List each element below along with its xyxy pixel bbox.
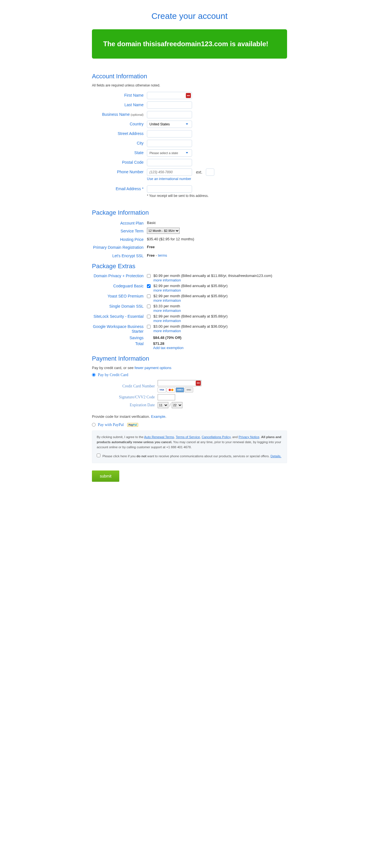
first-name-input[interactable] (147, 92, 192, 99)
email-input[interactable] (147, 185, 192, 193)
hosting-price-value: $35.40 ($2.95 for 12 months) (147, 236, 194, 241)
term-label: Service Term (92, 228, 147, 233)
submit-button[interactable]: submit (92, 470, 119, 482)
pay-paypal-label: Pay with PayPal (98, 423, 124, 427)
terms-and: , and (230, 435, 239, 439)
phone-input[interactable] (147, 168, 192, 176)
optout-details-link[interactable]: Details. (270, 455, 281, 458)
discover-icon: DISC (185, 388, 193, 393)
total-value: $71.28 (153, 341, 165, 346)
primary-domain-value: Free (147, 244, 154, 249)
cvv-input[interactable] (157, 394, 175, 400)
country-label: Country (92, 121, 147, 126)
street-input[interactable] (147, 130, 192, 137)
exp-month-select[interactable]: 11 (157, 402, 168, 408)
visa-icon: VISA (157, 388, 166, 393)
ssl-value-row: Free - terms (147, 252, 167, 257)
example-link[interactable]: Example (151, 414, 166, 418)
optional-text: (optional) (130, 113, 144, 116)
total-label: Total (92, 341, 147, 346)
extra-text: $3.00 per month (Billed annually at $36.… (153, 324, 228, 329)
term-select[interactable]: 12 Month - $2.95/mo (147, 228, 180, 234)
availability-banner: The domain thisisafreedomain123.com is a… (92, 29, 287, 59)
card-brand-icons: VISA AMEX DISC (157, 388, 201, 393)
exp-label: Expiration Date (92, 403, 157, 407)
paypal-icon: PayPal (127, 423, 139, 427)
more-info-link[interactable]: more information (153, 329, 181, 333)
provide-pre: Provide code for instant verification. (92, 414, 151, 418)
more-info-link[interactable]: more information (153, 278, 181, 282)
extra-label: Domain Privacy + Protection (92, 274, 147, 279)
privacy-link[interactable]: Privacy Notice (239, 435, 259, 439)
city-input[interactable] (147, 140, 192, 147)
business-name-input[interactable] (147, 111, 192, 118)
first-name-label: First Name (92, 92, 147, 97)
business-name-text: Business Name (102, 112, 130, 117)
optout-rest: want to receive phone communications abo… (146, 455, 270, 458)
hosting-price-label: Hosting Price (92, 236, 147, 242)
last-name-input[interactable] (147, 101, 192, 109)
extra-checkbox[interactable] (147, 315, 151, 318)
extra-text: $2.99 per month (Billed annually at $35.… (153, 314, 228, 318)
pay-cc-label: Pay by Credit Card (98, 373, 128, 377)
password-manager-icon[interactable]: ••• (196, 381, 201, 386)
banner-text: The domain thisisafreedomain123.com is a… (103, 39, 276, 49)
payment-subtext: Pay by credit card, or see fewer payment… (92, 366, 287, 370)
extra-checkbox[interactable] (147, 274, 151, 278)
extra-checkbox[interactable] (147, 284, 151, 288)
ext-label: ext. (196, 170, 202, 175)
terms-box: By clicking submit, I agree to the Auto … (92, 431, 287, 463)
payment-subtext-pre: Pay by credit card, or see (92, 366, 135, 370)
last-name-label: Last Name (92, 101, 147, 107)
amex-icon: AMEX (176, 388, 184, 393)
extra-checkbox[interactable] (147, 305, 151, 308)
tax-exemption-link[interactable]: Add tax exemption (153, 346, 183, 350)
more-info-link[interactable]: more information (153, 319, 181, 323)
pay-paypal-radio[interactable] (92, 423, 96, 427)
extra-text: $3.33 per month (153, 304, 181, 308)
ssl-value: Free (147, 253, 154, 257)
country-select[interactable]: United States (147, 121, 192, 128)
email-hint: * Your receipt will be sent to this addr… (147, 194, 209, 198)
fewer-options-link[interactable]: fewer payment options (135, 366, 171, 370)
cvv-label: Signature/CVV2 Code (92, 395, 157, 400)
cc-number-input[interactable] (157, 380, 201, 386)
savings-value: $84.48 (70% Off) (147, 336, 181, 340)
package-info-heading: Package Information (92, 209, 287, 216)
cancel-policy-link[interactable]: Cancellations Policy (202, 435, 230, 439)
optout-checkbox[interactable] (97, 454, 100, 457)
optout-bold: do not (137, 455, 146, 458)
pay-cc-radio[interactable] (92, 373, 96, 377)
intl-number-link[interactable]: Use an international number (147, 177, 191, 181)
payment-heading: Payment Information (92, 355, 287, 362)
business-name-label: Business Name (optional) (92, 111, 147, 117)
savings-label: Savings (92, 336, 147, 340)
tos-link[interactable]: Terms of Service (176, 435, 200, 439)
plan-value: Basic (147, 220, 156, 225)
state-select[interactable]: Please select a state (147, 149, 192, 157)
ssl-label: Let's Encrypt SSL (92, 252, 147, 258)
exp-year-select[interactable]: 22 (172, 402, 182, 408)
cc-number-label: Credit Card Number (92, 384, 157, 389)
ssl-terms-link[interactable]: terms (158, 253, 167, 257)
postal-label: Postal Code (92, 159, 147, 164)
extra-checkbox[interactable] (147, 325, 151, 329)
postal-input[interactable] (147, 159, 192, 166)
auto-renewal-link[interactable]: Auto Renewal Terms (144, 435, 174, 439)
package-extras-heading: Package Extras (92, 262, 287, 270)
extra-label: Google Workspace Business Starter (92, 324, 147, 334)
account-info-heading: Account Information (92, 73, 287, 80)
state-label: State (92, 149, 147, 155)
street-label: Street Address (92, 130, 147, 136)
extra-checkbox[interactable] (147, 294, 151, 298)
extra-label: Single Domain SSL (92, 304, 147, 309)
more-info-link[interactable]: more information (153, 288, 181, 292)
extra-label: SiteLock Security - Essential (92, 314, 147, 319)
password-manager-icon[interactable]: ••• (186, 93, 191, 98)
ext-input[interactable] (206, 168, 214, 176)
extra-text: $0.99 per month (Billed annually at $11.… (153, 274, 272, 278)
more-info-link[interactable]: more information (153, 298, 181, 303)
city-label: City (92, 140, 147, 145)
exp-separator: / (170, 403, 171, 407)
more-info-link[interactable]: more information (153, 309, 181, 313)
